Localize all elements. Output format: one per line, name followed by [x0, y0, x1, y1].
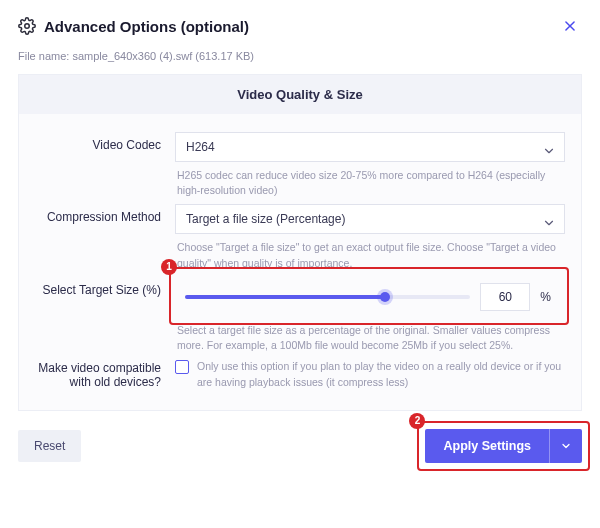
video-codec-label: Video Codec: [35, 132, 175, 152]
target-size-hint: Select a target file size as a percentag…: [175, 317, 565, 355]
target-size-label: Select Target Size (%): [35, 277, 175, 297]
panel-title: Video Quality & Size: [19, 75, 581, 114]
file-name-line: File name: sample_640x360 (4).swf (613.1…: [18, 50, 582, 62]
chevron-down-icon: [542, 140, 556, 154]
slider-thumb[interactable]: [380, 292, 390, 302]
compression-method-select[interactable]: Target a file size (Percentage): [175, 204, 565, 234]
close-button[interactable]: [558, 14, 582, 38]
compression-method-hint: Choose "Target a file size" to get an ex…: [175, 234, 565, 272]
compat-label: Make video compatible with old devices?: [35, 359, 175, 389]
compat-checkbox[interactable]: [175, 360, 189, 374]
chevron-down-icon: [542, 212, 556, 226]
apply-settings-dropdown[interactable]: [549, 429, 582, 463]
target-size-slider[interactable]: [185, 287, 470, 307]
target-size-input[interactable]: [480, 283, 530, 311]
gear-icon: [18, 17, 36, 35]
dialog-title: Advanced Options (optional): [44, 18, 249, 35]
compat-hint: Only use this option if you plan to play…: [197, 359, 565, 389]
settings-panel: Video Quality & Size Video Codec H264 H2…: [18, 74, 582, 411]
reset-button[interactable]: Reset: [18, 430, 81, 462]
svg-point-0: [25, 24, 30, 29]
video-codec-select[interactable]: H264: [175, 132, 565, 162]
compression-method-label: Compression Method: [35, 204, 175, 224]
percent-sign: %: [540, 290, 555, 304]
apply-settings-button[interactable]: Apply Settings: [425, 429, 549, 463]
video-codec-hint: H265 codec can reduce video size 20-75% …: [175, 162, 565, 200]
annotation-badge-1: 1: [161, 259, 177, 275]
annotation-badge-2: 2: [409, 413, 425, 429]
